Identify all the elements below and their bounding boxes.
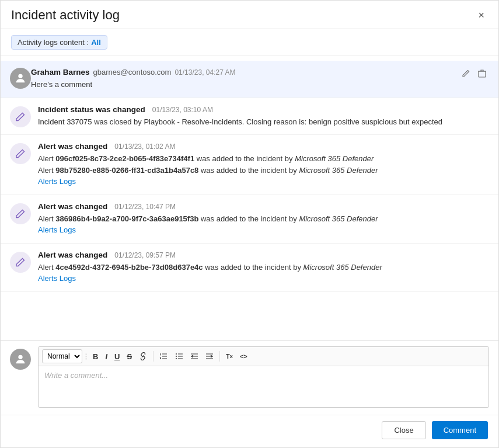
activity-header-4: Alert was changed 01/12/23, 10:47 PM: [38, 202, 489, 211]
code-button[interactable]: <>: [237, 349, 250, 363]
panel-title: Incident activity log: [11, 8, 120, 23]
activity-item-2: Incident status was changed 01/13/23, 03…: [1, 98, 498, 136]
avatar-4: [10, 203, 31, 224]
comment-area: Normal ⁝ B I U S: [1, 340, 498, 415]
activity-content-3: Alert was changed 01/13/23, 01:02 AM Ale…: [38, 142, 489, 187]
filter-value: All: [91, 38, 101, 47]
avatar-2: [10, 106, 31, 127]
avatar-5: [10, 252, 31, 273]
toolbar-divider-2: [219, 351, 220, 362]
activity-email-1: gbarnes@contoso.com: [93, 68, 172, 77]
activity-header-1: Graham Barnes gbarnes@contoso.com 01/13/…: [31, 68, 454, 77]
comment-input[interactable]: Write a comment...: [39, 366, 488, 407]
ordered-list-button[interactable]: [156, 349, 171, 363]
avatar-1: [10, 68, 31, 89]
activity-item-4: Alert was changed 01/12/23, 10:47 PM Ale…: [1, 195, 498, 244]
format-select[interactable]: Normal: [42, 349, 82, 363]
activity-time-3: 01/13/23, 01:02 AM: [114, 143, 175, 151]
delete-button-1[interactable]: [475, 68, 489, 81]
filter-pill[interactable]: Activity logs content : All: [11, 35, 107, 50]
alerts-link-5[interactable]: Alerts Logs: [38, 274, 76, 283]
unordered-list-button[interactable]: [172, 349, 186, 363]
panel-close-button[interactable]: ×: [474, 8, 488, 23]
editor-toolbar: Normal ⁝ B I U S: [39, 347, 488, 366]
alerts-link-3[interactable]: Alerts Logs: [38, 177, 76, 186]
alerts-link-4[interactable]: Alerts Logs: [38, 225, 76, 234]
activity-body-4: Alert 386986b4-b9a2-a700-9f7c-3a63ae915f…: [38, 213, 489, 236]
activity-content-2: Incident status was changed 01/13/23, 03…: [38, 105, 489, 128]
activity-content-4: Alert was changed 01/12/23, 10:47 PM Ale…: [38, 202, 489, 236]
activity-header-2: Incident status was changed 01/13/23, 03…: [38, 105, 489, 114]
activity-time-1: 01/13/23, 04:27 AM: [175, 68, 235, 77]
activity-body-2: Incident 337075 was closed by Playbook -…: [38, 116, 489, 128]
svg-point-3: [176, 353, 177, 355]
edit-button-1[interactable]: [459, 68, 473, 81]
activity-header-5: Alert was changed 01/12/23, 09:57 PM: [38, 251, 489, 259]
comment-button[interactable]: Comment: [432, 421, 488, 439]
activity-header-3: Alert was changed 01/13/23, 01:02 AM: [38, 142, 489, 151]
activity-title-3: Alert was changed: [38, 142, 107, 151]
strikethrough-button[interactable]: S: [124, 349, 135, 363]
svg-point-5: [176, 358, 177, 359]
activity-body-5: Alert 4ce4592d-4372-6945-b2be-73d08d637e…: [38, 262, 489, 284]
activity-title-5: Alert was changed: [38, 251, 107, 259]
bold-button[interactable]: B: [90, 349, 101, 363]
incident-activity-panel: Incident activity log × Activity logs co…: [0, 0, 499, 448]
italic-button[interactable]: I: [102, 349, 110, 363]
svg-point-2: [18, 355, 22, 359]
comment-editor: Normal ⁝ B I U S: [38, 346, 489, 408]
indent-left-button[interactable]: [187, 349, 201, 363]
indent-right-button[interactable]: [203, 349, 217, 363]
panel-header: Incident activity log ×: [1, 1, 498, 29]
activity-body-1: Here's a comment: [31, 79, 454, 91]
underline-button[interactable]: U: [111, 349, 123, 363]
item-actions-1: [459, 68, 489, 81]
activity-title-2: Incident status was changed: [38, 105, 145, 114]
svg-rect-1: [479, 71, 486, 77]
footer-actions: Close Comment: [1, 415, 498, 447]
filter-bar: Activity logs content : All: [1, 29, 498, 56]
activity-time-2: 01/13/23, 03:10 AM: [152, 106, 213, 114]
activity-item-1: Graham Barnes gbarnes@contoso.com 01/13/…: [1, 61, 498, 98]
activity-body-3: Alert 096cf025-8c73-2ce2-b065-4f83e734f4…: [38, 153, 489, 187]
avatar-3: [10, 143, 31, 164]
svg-point-0: [18, 74, 22, 78]
activity-item-3: Alert was changed 01/13/23, 01:02 AM Ale…: [1, 135, 498, 195]
close-button[interactable]: Close: [382, 421, 425, 439]
activity-time-4: 01/12/23, 10:47 PM: [114, 203, 176, 211]
activity-author-1: Graham Barnes: [31, 68, 90, 77]
link-button[interactable]: [136, 349, 150, 363]
filter-label: Activity logs content :: [18, 38, 89, 47]
toolbar-divider-1: [153, 351, 153, 362]
activity-time-5: 01/12/23, 09:57 PM: [114, 251, 176, 259]
activity-list: Graham Barnes gbarnes@contoso.com 01/13/…: [1, 56, 498, 340]
comment-avatar: [10, 349, 31, 370]
activity-content-5: Alert was changed 01/12/23, 09:57 PM Ale…: [38, 251, 489, 284]
activity-item-5: Alert was changed 01/12/23, 09:57 PM Ale…: [1, 244, 498, 292]
svg-point-4: [176, 356, 177, 357]
clear-format-button[interactable]: Tx: [223, 349, 236, 363]
activity-title-4: Alert was changed: [38, 202, 107, 211]
activity-content-1: Graham Barnes gbarnes@contoso.com 01/13/…: [31, 68, 454, 91]
